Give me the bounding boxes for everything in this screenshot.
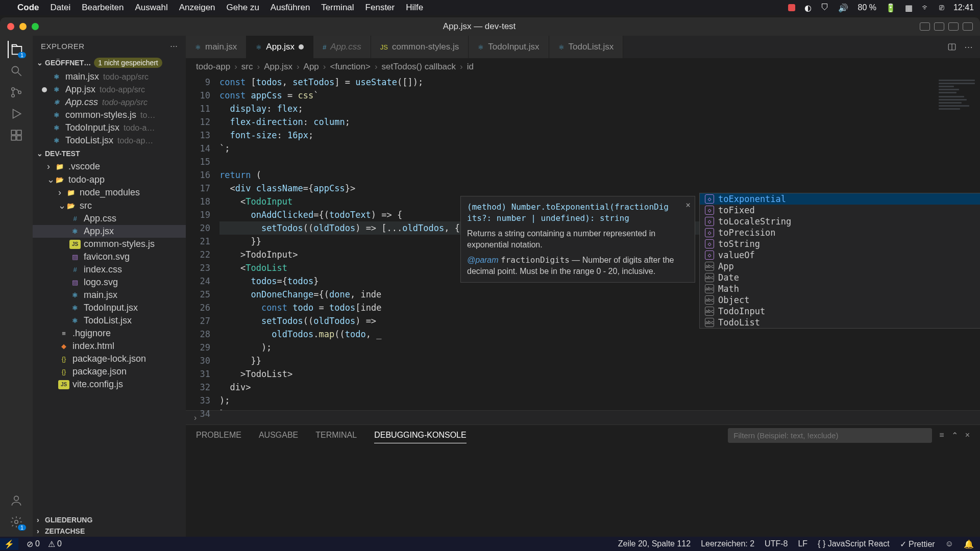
breadcrumb-item[interactable]: <function> bbox=[330, 62, 370, 72]
cursor-position[interactable]: Zeile 20, Spalte 112 bbox=[618, 539, 691, 548]
file-item[interactable]: ◆index.html bbox=[33, 340, 186, 353]
filter-settings-icon[interactable]: ≡ bbox=[939, 431, 944, 440]
more-actions-icon[interactable]: ⋯ bbox=[964, 42, 973, 53]
battery-icon[interactable]: 🔋 bbox=[886, 3, 896, 13]
layout-toggle-icon[interactable] bbox=[920, 22, 930, 31]
folder-item[interactable]: ⌄📂src bbox=[33, 199, 186, 212]
bell-icon[interactable]: 🔔 bbox=[964, 539, 974, 549]
file-item[interactable]: ▨logo.svg bbox=[33, 276, 186, 289]
suggestion-item[interactable]: ◇toString bbox=[700, 238, 980, 249]
eol[interactable]: LF bbox=[798, 539, 807, 548]
file-item[interactable]: {}package.json bbox=[33, 365, 186, 378]
account-icon[interactable] bbox=[8, 492, 25, 509]
file-item[interactable]: #App.css bbox=[33, 212, 186, 225]
suggestion-item[interactable]: ◇valueOf bbox=[700, 249, 980, 261]
tray-icon[interactable]: ▦ bbox=[905, 3, 913, 13]
open-editors-header[interactable]: ⌄ GEÖFFNET… 1 nicht gespeichert bbox=[33, 56, 186, 69]
control-center-icon[interactable]: ⎚ bbox=[939, 3, 944, 12]
panel-filter-input[interactable] bbox=[728, 428, 932, 443]
menu-app-name[interactable]: Code bbox=[17, 3, 39, 13]
menu-item[interactable]: Ausführen bbox=[271, 3, 310, 13]
editor-tab[interactable]: ⚛TodoInput.jsx bbox=[469, 36, 549, 58]
sidebar-more-icon[interactable]: ⋯ bbox=[170, 41, 178, 51]
suggestion-item[interactable]: ◇toLocaleString bbox=[700, 216, 980, 227]
editor-tab[interactable]: ⚛App.jsx bbox=[247, 36, 313, 58]
open-editor-item[interactable]: ⚛common-styles.jsto… bbox=[33, 109, 186, 121]
timeline-header[interactable]: ›ZEITACHSE bbox=[33, 525, 186, 537]
menu-item[interactable]: Hilfe bbox=[406, 3, 423, 13]
open-editor-item[interactable]: ⚛App.jsxtodo-app/src bbox=[33, 83, 186, 96]
file-item[interactable]: JScommon-styles.js bbox=[33, 238, 186, 251]
maximize-window-button[interactable] bbox=[32, 23, 39, 30]
open-editor-item[interactable]: ⚛TodoList.jsxtodo-ap… bbox=[33, 134, 186, 147]
project-header[interactable]: ⌄ DEV-TEST bbox=[33, 148, 186, 159]
remote-button[interactable]: ⚡ bbox=[0, 538, 18, 550]
close-window-button[interactable] bbox=[7, 23, 14, 30]
file-item[interactable]: JSvite.config.js bbox=[33, 378, 186, 391]
extensions-icon[interactable] bbox=[8, 127, 25, 144]
breadcrumb-item[interactable]: todo-app bbox=[196, 62, 230, 72]
open-editor-item[interactable]: ⚛main.jsxtodo-app/src bbox=[33, 70, 186, 83]
errors-count[interactable]: ⊘ 0 bbox=[27, 539, 40, 549]
menu-item[interactable]: Bearbeiten bbox=[82, 3, 124, 13]
explorer-icon[interactable]: 1 bbox=[8, 41, 25, 58]
menu-item[interactable]: Gehe zu bbox=[227, 3, 259, 13]
file-item[interactable]: ▨favicon.svg bbox=[33, 251, 186, 263]
breadcrumb-item[interactable]: src bbox=[241, 62, 253, 72]
clock[interactable]: 12:41 bbox=[953, 3, 974, 12]
close-icon[interactable]: × bbox=[685, 199, 691, 211]
file-item[interactable]: ⚛App.jsx bbox=[33, 225, 186, 238]
battery-percent[interactable]: 80 % bbox=[857, 3, 876, 12]
breadcrumb-item[interactable]: App.jsx bbox=[264, 62, 292, 72]
suggestion-item[interactable]: abcMath bbox=[700, 283, 980, 294]
breadcrumb-item[interactable]: App bbox=[304, 62, 319, 72]
breadcrumb-bottom[interactable]: › bbox=[186, 410, 980, 424]
minimize-window-button[interactable] bbox=[19, 23, 27, 30]
editor-tab[interactable]: JScommon-styles.js bbox=[371, 36, 469, 58]
recording-icon[interactable] bbox=[788, 4, 795, 11]
panel-tab[interactable]: DEBUGGING-KONSOLE bbox=[374, 428, 466, 443]
menu-item[interactable]: Fenster bbox=[365, 3, 395, 13]
menu-item[interactable]: Terminal bbox=[321, 3, 354, 13]
language-mode[interactable]: { } JavaScript React bbox=[818, 539, 890, 548]
file-item[interactable]: ≡.hgignore bbox=[33, 327, 186, 340]
search-icon[interactable] bbox=[8, 62, 25, 80]
tray-icon[interactable]: ◐ bbox=[804, 3, 812, 13]
panel-tab[interactable]: AUSGABE bbox=[259, 428, 298, 443]
settings-gear-icon[interactable]: 1 bbox=[8, 513, 25, 531]
suggestion-item[interactable]: abcTodoInput bbox=[700, 306, 980, 317]
open-editor-item[interactable]: ⚛App.csstodo-app/src bbox=[33, 96, 186, 109]
suggestion-item[interactable]: abcObject bbox=[700, 294, 980, 306]
file-item[interactable]: #index.css bbox=[33, 263, 186, 276]
debug-icon[interactable] bbox=[8, 105, 25, 122]
folder-item[interactable]: ⌄📂todo-app bbox=[33, 173, 186, 186]
layout-customize-icon[interactable] bbox=[963, 22, 973, 31]
suggestion-item[interactable]: abcTodoList bbox=[700, 317, 980, 328]
encoding[interactable]: UTF-8 bbox=[765, 539, 788, 548]
source-control-icon[interactable] bbox=[8, 84, 25, 101]
folder-item[interactable]: ›📁node_modules bbox=[33, 186, 186, 199]
split-editor-icon[interactable] bbox=[947, 42, 957, 52]
file-item[interactable]: ⚛TodoInput.jsx bbox=[33, 302, 186, 314]
indent-setting[interactable]: Leerzeichen: 2 bbox=[701, 539, 754, 548]
file-item[interactable]: ⚛main.jsx bbox=[33, 289, 186, 302]
suggestion-item[interactable]: abcApp bbox=[700, 261, 980, 272]
menu-item[interactable]: Auswahl bbox=[135, 3, 167, 13]
layout-toggle-icon[interactable] bbox=[948, 22, 959, 31]
suggestion-item[interactable]: abcDate bbox=[700, 272, 980, 283]
prettier-status[interactable]: ✓ Prettier bbox=[900, 539, 935, 549]
volume-icon[interactable]: 🔊 bbox=[838, 3, 848, 13]
suggestion-item[interactable]: ◇toPrecision bbox=[700, 227, 980, 238]
suggestion-item[interactable]: ◇toExponential bbox=[700, 193, 980, 205]
breadcrumb-item[interactable]: setTodos() callback bbox=[382, 62, 456, 72]
breadcrumb-item[interactable]: id bbox=[467, 62, 474, 72]
editor-tab[interactable]: #App.css bbox=[313, 36, 371, 58]
editor-tab[interactable]: ⚛TodoList.jsx bbox=[549, 36, 624, 58]
wifi-icon[interactable]: ᯤ bbox=[922, 3, 930, 12]
chevron-up-icon[interactable]: ⌃ bbox=[951, 431, 958, 440]
folder-item[interactable]: ›📁.vscode bbox=[33, 160, 186, 173]
breadcrumbs[interactable]: todo-app›src›App.jsx›App›<function>›setT… bbox=[186, 58, 980, 76]
tray-icon[interactable]: ⛉ bbox=[821, 3, 829, 12]
panel-tab[interactable]: PROBLEME bbox=[196, 428, 241, 443]
suggestion-item[interactable]: ◇toFixed bbox=[700, 205, 980, 216]
